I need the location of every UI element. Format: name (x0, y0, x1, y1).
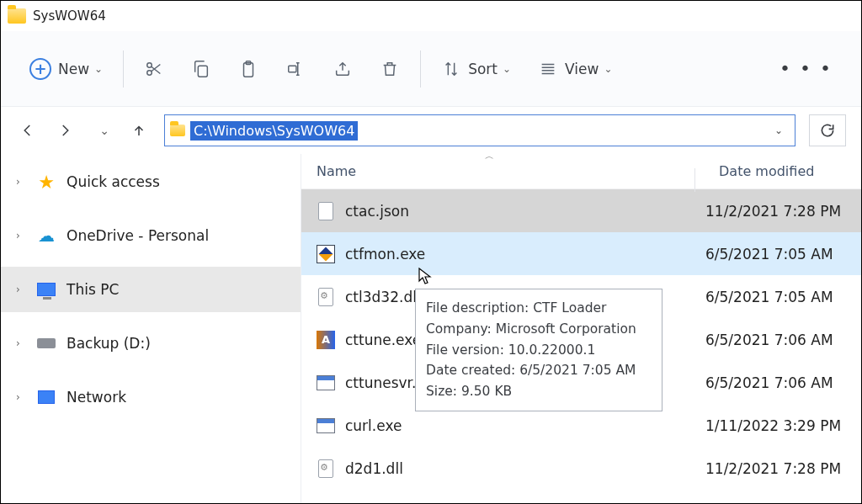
new-button[interactable]: + New ⌄ (16, 45, 116, 93)
sort-label: Sort (468, 61, 498, 77)
address-bar[interactable]: C:\Windows\SysWOW64 ⌄ (164, 114, 795, 146)
dll-icon (317, 287, 335, 307)
svg-rect-5 (289, 66, 296, 72)
refresh-button[interactable] (809, 114, 846, 146)
tooltip-description: File description: CTF Loader (426, 298, 652, 319)
forward-button[interactable] (53, 119, 77, 142)
copy-button[interactable] (178, 45, 225, 93)
view-label: View (565, 61, 599, 77)
expand-icon: › (16, 391, 26, 403)
copy-icon (191, 59, 211, 79)
file-date: 6/5/2021 7:05 AM (695, 246, 833, 263)
svg-point-1 (147, 70, 152, 75)
sort-icon (441, 59, 461, 79)
nav-row: ⌄ C:\Windows\SysWOW64 ⌄ (1, 107, 861, 154)
star-icon: ★ (36, 172, 56, 191)
tooltip-version: File version: 10.0.22000.1 (426, 340, 652, 361)
column-divider[interactable] (694, 168, 695, 192)
expand-icon: › (16, 337, 26, 349)
sidebar-label: This PC (67, 281, 119, 298)
recent-button[interactable]: ⌄ (90, 119, 114, 142)
ellipsis-icon: • • • (780, 58, 833, 79)
back-button[interactable] (16, 119, 40, 142)
file-name: ctfmon.exe (345, 246, 425, 263)
file-date: 6/5/2021 7:06 AM (695, 332, 833, 348)
network-icon (36, 388, 56, 406)
tooltip-size: Size: 9.50 KB (426, 381, 652, 402)
expand-icon: › (16, 176, 26, 188)
file-name: ctl3d32.dll (345, 289, 421, 305)
file-row[interactable]: ctfmon.exe6/5/2021 7:05 AM (301, 232, 861, 275)
delete-button[interactable] (366, 45, 413, 93)
header-name[interactable]: ︿ Name (317, 163, 695, 179)
main-area: ›★Quick access ›☁OneDrive - Personal ›Th… (1, 154, 861, 503)
chevron-down-icon: ⌄ (94, 63, 103, 75)
header-date[interactable]: Date modified (695, 163, 814, 179)
paste-button[interactable] (225, 45, 272, 93)
exe-icon (317, 416, 335, 436)
title-bar[interactable]: SysWOW64 (1, 1, 861, 31)
app-icon: A (317, 330, 335, 350)
sidebar-item-this-pc[interactable]: ›This PC (1, 267, 301, 312)
file-pane: ︿ Name Date modified ctac.json11/2/2021 … (301, 154, 861, 503)
trash-icon (380, 59, 400, 79)
toolbar: + New ⌄ Sort ⌄ View ⌄ • • • (1, 31, 861, 107)
folder-icon (170, 125, 185, 136)
sort-asc-icon: ︿ (485, 150, 494, 162)
sidebar-item-backup[interactable]: ›Backup (D:) (1, 321, 301, 366)
dll-icon (317, 459, 335, 479)
view-button[interactable]: View ⌄ (524, 45, 625, 93)
plus-icon: + (29, 58, 51, 80)
separator (123, 50, 124, 88)
sidebar-item-network[interactable]: ›Network (1, 374, 301, 420)
header-date-label: Date modified (719, 163, 814, 179)
header-name-label: Name (317, 163, 356, 179)
sidebar-label: Backup (D:) (67, 335, 151, 352)
sidebar: ›★Quick access ›☁OneDrive - Personal ›Th… (1, 154, 301, 503)
separator (420, 50, 421, 88)
sort-button[interactable]: Sort ⌄ (428, 45, 524, 93)
address-path[interactable]: C:\Windows\SysWOW64 (190, 121, 358, 141)
file-date: 11/2/2021 7:28 PM (695, 203, 841, 220)
file-name: cttune.exe (345, 332, 421, 348)
file-date: 6/5/2021 7:05 AM (695, 289, 833, 305)
rename-button[interactable] (272, 45, 319, 93)
share-button[interactable] (319, 45, 366, 93)
cloud-icon: ☁ (36, 226, 56, 245)
rename-icon (285, 59, 306, 79)
scissors-icon (144, 59, 164, 79)
new-label: New (58, 61, 89, 77)
more-button[interactable]: • • • (766, 45, 846, 93)
chevron-down-icon: ⌄ (604, 63, 612, 75)
column-headers: ︿ Name Date modified (301, 154, 861, 189)
sidebar-label: OneDrive - Personal (67, 227, 209, 244)
file-date: 1/11/2022 3:29 PM (695, 417, 841, 434)
file-name: d2d1.dll (345, 460, 403, 477)
sidebar-label: Network (67, 389, 126, 406)
address-dropdown[interactable]: ⌄ (768, 125, 790, 136)
expand-icon: › (16, 230, 26, 241)
sidebar-item-onedrive[interactable]: ›☁OneDrive - Personal (1, 213, 301, 258)
sidebar-label: Quick access (67, 173, 160, 190)
tooltip-company: Company: Microsoft Corporation (426, 319, 652, 340)
chevron-down-icon: ⌄ (503, 63, 511, 75)
file-row[interactable]: d2d1.dll11/2/2021 7:28 PM (301, 447, 861, 490)
app-icon (317, 244, 335, 264)
file-icon (317, 201, 335, 221)
pc-icon (36, 280, 56, 299)
sidebar-item-quick-access[interactable]: ›★Quick access (1, 159, 301, 204)
drive-icon (36, 334, 56, 353)
file-row[interactable]: ctac.json11/2/2021 7:28 PM (301, 189, 861, 232)
file-name: ctac.json (345, 203, 409, 220)
file-date: 11/2/2021 7:28 PM (695, 460, 841, 477)
svg-rect-2 (198, 66, 207, 77)
file-tooltip: File description: CTF Loader Company: Mi… (415, 289, 662, 411)
view-icon (538, 59, 558, 79)
svg-point-0 (147, 62, 152, 67)
clipboard-icon (238, 59, 258, 79)
file-date: 6/5/2021 7:06 AM (695, 374, 833, 391)
cut-button[interactable] (130, 45, 178, 93)
file-name: curl.exe (345, 417, 402, 434)
up-button[interactable] (127, 119, 151, 142)
tooltip-created: Date created: 6/5/2021 7:05 AM (426, 360, 652, 381)
